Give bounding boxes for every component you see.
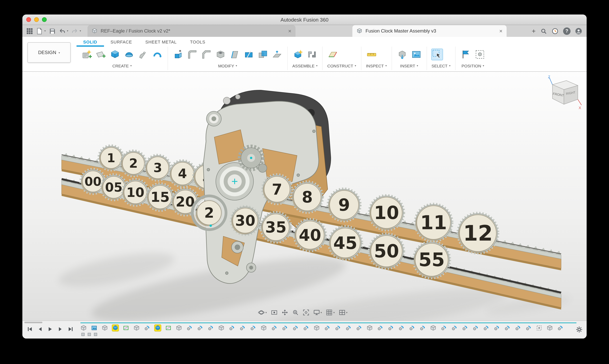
viewports-nav-button[interactable]: ▾ bbox=[339, 309, 347, 316]
timeline-feature-joint-icon[interactable] bbox=[419, 325, 426, 331]
create-sketch-icon[interactable] bbox=[81, 49, 92, 60]
timeline-feature-comp-icon[interactable] bbox=[81, 325, 87, 331]
create-form-icon[interactable] bbox=[95, 49, 106, 60]
lookat-nav-button[interactable] bbox=[271, 309, 277, 316]
timeline-feature-joint-icon[interactable] bbox=[239, 325, 246, 331]
construction-plane-icon[interactable] bbox=[327, 49, 338, 60]
timeline-feature-joint-icon[interactable] bbox=[451, 325, 457, 331]
job-status-clock-icon[interactable] bbox=[552, 28, 558, 34]
undo-caret-icon[interactable]: ▾ bbox=[67, 29, 68, 33]
timeline-feature-joint-icon[interactable] bbox=[186, 325, 193, 331]
redo-icon[interactable] bbox=[71, 28, 78, 34]
skip-start-button[interactable] bbox=[27, 326, 33, 333]
timeline-feature-joint-icon[interactable] bbox=[229, 325, 235, 331]
timeline-feature-joint-icon[interactable] bbox=[494, 325, 500, 331]
combine-icon[interactable] bbox=[257, 49, 268, 60]
press-pull-icon[interactable] bbox=[173, 49, 184, 60]
new-document-button[interactable]: + bbox=[532, 28, 536, 34]
timeline-feature-joint-icon[interactable] bbox=[356, 325, 362, 331]
timeline-feature-sketch-icon[interactable] bbox=[123, 325, 129, 331]
play-button[interactable] bbox=[47, 326, 53, 333]
tab-sheet-metal[interactable]: SHEET METAL bbox=[139, 38, 183, 47]
measure-icon[interactable] bbox=[366, 49, 377, 60]
insert-derive-icon[interactable] bbox=[397, 49, 407, 60]
redo-caret-icon[interactable]: ▾ bbox=[80, 29, 81, 33]
timeline-group-marker-icon[interactable] bbox=[87, 331, 91, 338]
minute-disc-15[interactable]: 15 bbox=[146, 183, 174, 211]
timeline-feature-joint-icon[interactable] bbox=[472, 325, 479, 331]
inspect-menu[interactable]: INSPECT▾ bbox=[366, 62, 387, 68]
timeline-feature-comp-icon[interactable] bbox=[547, 325, 553, 331]
save-icon[interactable] bbox=[49, 28, 55, 34]
position-menu[interactable]: POSITION▾ bbox=[460, 62, 485, 68]
avatar[interactable] bbox=[575, 28, 582, 34]
split-body-icon[interactable] bbox=[243, 49, 254, 60]
timeline-feature-comp-icon[interactable] bbox=[430, 325, 436, 331]
timeline-feature-joint-icon[interactable] bbox=[557, 325, 564, 331]
minute-disc-40[interactable]: 40 bbox=[294, 219, 326, 251]
hour-disc-10[interactable]: 10 bbox=[369, 195, 404, 230]
timeline-feature-joint-icon[interactable] bbox=[335, 325, 341, 331]
timeline-feature-joint-icon[interactable] bbox=[345, 325, 352, 331]
file-menu-caret-icon[interactable]: ▾ bbox=[44, 29, 46, 33]
gridset-nav-button[interactable]: ▾ bbox=[326, 309, 335, 316]
tab-tools[interactable]: TOOLS bbox=[183, 38, 212, 47]
timeline-feature-comp-icon[interactable] bbox=[102, 325, 108, 331]
timeline-feature-canvas-icon[interactable] bbox=[91, 325, 97, 331]
construct-menu[interactable]: CONSTRUCT▾ bbox=[327, 62, 356, 68]
pan-nav-button[interactable] bbox=[281, 309, 288, 316]
capture-position-icon[interactable] bbox=[460, 49, 471, 60]
timeline-feature-joint-icon[interactable] bbox=[515, 325, 521, 331]
timeline-feature-comp-icon[interactable] bbox=[133, 325, 140, 331]
file-menu-icon[interactable] bbox=[36, 28, 43, 34]
fit-nav-button[interactable] bbox=[303, 309, 309, 316]
search-icon[interactable] bbox=[540, 28, 547, 34]
timeline-feature-joint-icon[interactable] bbox=[441, 325, 447, 331]
workspace-selector[interactable]: DESIGN ▾ bbox=[28, 42, 71, 63]
timeline-marker-line[interactable] bbox=[81, 323, 576, 323]
display-nav-button[interactable]: ▾ bbox=[313, 309, 322, 316]
chamfer-icon[interactable] bbox=[201, 49, 212, 60]
modify-menu[interactable]: MODIFY▾ bbox=[173, 62, 283, 68]
document-tab-master-assembly[interactable]: Fusion Clock Master Assembly v3 × bbox=[352, 25, 506, 37]
timeline-feature-joint-icon[interactable] bbox=[388, 325, 394, 331]
minute-disc-50[interactable]: 50 bbox=[369, 234, 404, 269]
timeline-feature-comp-icon[interactable] bbox=[314, 325, 320, 331]
select-menu[interactable]: SELECT▾ bbox=[431, 62, 450, 68]
model-canvas[interactable]: 123450005101520 bbox=[22, 72, 587, 321]
sweep-icon[interactable] bbox=[138, 49, 149, 60]
timeline-feature-extrude-icon[interactable] bbox=[112, 325, 119, 331]
insert-canvas-icon[interactable] bbox=[411, 49, 422, 60]
timeline-feature-joint-icon[interactable] bbox=[409, 325, 415, 331]
revert-position-icon[interactable] bbox=[474, 49, 485, 60]
timeline-feature-comp-icon[interactable] bbox=[176, 325, 182, 331]
timeline-group-marker-icon[interactable] bbox=[81, 331, 85, 338]
hour-disc-12[interactable]: 12 bbox=[457, 213, 498, 254]
timeline-feature-comp-icon[interactable] bbox=[261, 325, 267, 331]
fillet-icon[interactable] bbox=[187, 49, 198, 60]
revolve-icon[interactable] bbox=[124, 49, 135, 60]
joint-icon[interactable] bbox=[306, 49, 318, 60]
tab-solid[interactable]: SOLID bbox=[77, 38, 104, 47]
close-tab-icon[interactable]: × bbox=[499, 28, 502, 34]
new-component-icon[interactable] bbox=[292, 49, 303, 60]
skip-end-button[interactable] bbox=[68, 326, 73, 333]
close-tab-icon[interactable]: × bbox=[288, 28, 291, 34]
timeline-feature-joint-icon[interactable] bbox=[208, 325, 214, 331]
timeline-feature-sketch-icon[interactable] bbox=[165, 325, 171, 331]
app-menu-icon[interactable] bbox=[26, 28, 33, 34]
insert-menu[interactable]: INSERT▾ bbox=[397, 62, 422, 68]
coil-icon[interactable] bbox=[152, 49, 163, 60]
timeline-feature-position-icon[interactable] bbox=[536, 325, 542, 331]
timeline-feature-joint-icon[interactable] bbox=[197, 325, 203, 331]
viewcube[interactable]: Z X FRONT RIGHT bbox=[543, 74, 583, 113]
undo-icon[interactable] bbox=[59, 28, 65, 34]
step-forward-button[interactable] bbox=[58, 326, 63, 333]
timeline-feature-joint-icon[interactable] bbox=[292, 325, 299, 331]
step-back-button[interactable] bbox=[37, 326, 43, 333]
timeline-feature-joint-icon[interactable] bbox=[526, 325, 532, 331]
timeline-feature-joint-icon[interactable] bbox=[250, 325, 256, 331]
timeline-feature-joint-icon[interactable] bbox=[144, 325, 150, 331]
timeline-feature-joint-icon[interactable] bbox=[324, 325, 330, 331]
clock-model[interactable]: 123450005101520 bbox=[22, 72, 587, 321]
